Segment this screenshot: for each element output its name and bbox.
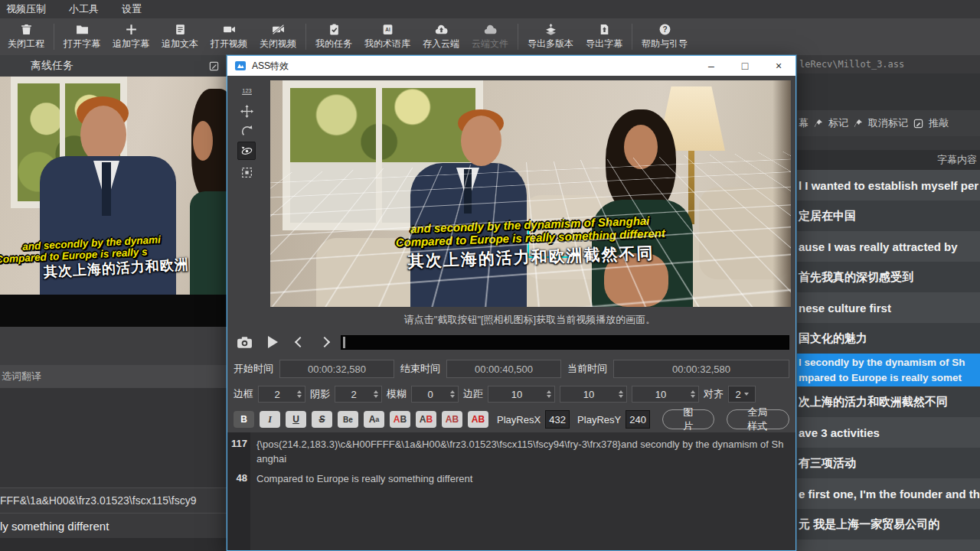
stepper-arrows-icon[interactable]: [296, 390, 303, 398]
bold-button[interactable]: B: [234, 411, 254, 428]
blur-label: 模糊: [387, 387, 407, 401]
subtitle-row[interactable]: 首先我真的深切感受到: [797, 262, 980, 292]
outline-color-button[interactable]: AB: [442, 411, 462, 428]
border-label: 边框: [234, 387, 253, 401]
menu-item-tools[interactable]: 小工具: [69, 2, 99, 16]
glossary-button[interactable]: AI我的术语库: [358, 18, 416, 55]
clipboard-button[interactable]: 我的任务: [309, 18, 358, 55]
subtitle-row-text: nese culture first: [799, 302, 980, 315]
capture-hint: 请点击"截取按钮"[照相机图标]获取当前视频播放的画面。: [270, 313, 789, 327]
menu-item-settings[interactable]: 设置: [122, 2, 142, 16]
subtitle-row-text: 有三项活动: [799, 456, 980, 471]
toolbar-separator: [518, 24, 518, 50]
margin-vertical-stepper[interactable]: 10: [632, 386, 699, 403]
border-stepper[interactable]: 2: [258, 386, 305, 403]
current-time-input[interactable]: 00:00:32,580: [613, 360, 789, 378]
shadow-color-button[interactable]: AB: [468, 411, 488, 428]
region-tool-button[interactable]: [237, 163, 256, 181]
dialog-titlebar[interactable]: ASS特效 – □ ×: [227, 56, 795, 76]
italic-button[interactable]: I: [260, 411, 280, 428]
help-button[interactable]: ?帮助与引导: [635, 18, 694, 55]
subtitle-code-editor[interactable]: 117{\pos(214.2,183.3)\c&H00FFFF&\1a&H00&…: [227, 432, 795, 550]
mark-button[interactable]: 标记: [828, 116, 848, 130]
subtitle-row[interactable]: 次上海的活力和欧洲截然不同: [797, 386, 980, 417]
video-preview[interactable]: and secondly by the dynamism of Shanghai…: [270, 80, 791, 307]
subtitle-row[interactable]: ause I was really attracted by: [797, 231, 980, 262]
global-style-button[interactable]: 全局样式: [727, 409, 789, 429]
subtitle-row[interactable]: 元 我是上海一家贸易公司的: [797, 509, 980, 540]
end-time-input[interactable]: 00:00:40,500: [446, 360, 561, 378]
primary-color-button[interactable]: AB: [390, 411, 410, 428]
stepper-arrows-icon[interactable]: [689, 390, 697, 398]
export-layers-button[interactable]: 导出多版本: [521, 18, 580, 55]
subtitle-row-text: 首先我真的深切感受到: [799, 270, 980, 285]
subtitle-row[interactable]: 定居在中国: [797, 201, 980, 231]
offline-tasks-title: 离线任务: [31, 59, 74, 73]
scale-tool-button[interactable]: 123: [237, 82, 256, 100]
subtitle-row[interactable]: l I wanted to establish myself per: [797, 170, 980, 201]
subtitle-row[interactable]: e first one, I'm the founder and th: [797, 478, 980, 509]
export-doc-button[interactable]: 导出字幕: [580, 18, 629, 55]
trash-button[interactable]: 关闭工程: [2, 18, 51, 55]
picture-button[interactable]: 图片: [662, 409, 714, 429]
subtitle-code-fragment: FFF&\1a&H00&\frz3.01523\fscx115\fscy9: [0, 494, 197, 507]
style-param-row: 边框 2 阴影 2 模糊 0 边距 10 10 10 对齐 2: [234, 385, 789, 403]
rotate-3d-tool-button[interactable]: [237, 142, 256, 160]
margin-left-stepper[interactable]: 10: [488, 386, 555, 403]
stepper-arrows-icon[interactable]: [449, 390, 456, 398]
video-off-button[interactable]: 关闭视频: [253, 18, 302, 55]
ponder-button[interactable]: 推敲: [929, 116, 949, 130]
folder-button[interactable]: 打开字幕: [57, 18, 106, 55]
subtitle-row-text: 定居在中国: [799, 209, 980, 223]
subtitle-row[interactable]: [797, 540, 980, 551]
video-progress-bar[interactable]: [341, 335, 789, 350]
video-button[interactable]: 打开视频: [204, 18, 253, 55]
subtitle-row[interactable]: 国文化的魅力: [797, 323, 980, 354]
editor-line[interactable]: 48Compared to Europe is really something…: [227, 472, 795, 487]
pin-icon: [814, 119, 823, 128]
editor-line[interactable]: 117{\pos(214.2,183.3)\c&H00FFFF&\1a&H00&…: [227, 438, 795, 467]
unmark-button[interactable]: 取消标记: [868, 116, 908, 130]
subtitle-row[interactable]: ave 3 activities: [797, 417, 980, 448]
maximize-button[interactable]: □: [728, 56, 762, 76]
plus-button[interactable]: 追加字幕: [106, 18, 155, 55]
playresx-input[interactable]: 432: [545, 410, 570, 429]
cloud-upload-button[interactable]: 存入云端: [416, 18, 466, 55]
strikethrough-button[interactable]: S: [312, 411, 332, 428]
subtitle-column-header: 字幕内容: [797, 150, 980, 170]
text-doc-button[interactable]: 追加文本: [155, 18, 204, 55]
blur-stepper[interactable]: 0: [411, 386, 459, 403]
play-button[interactable]: [268, 336, 278, 348]
stepper-arrows-icon[interactable]: [372, 390, 380, 398]
start-time-input[interactable]: 00:00:32,580: [279, 360, 394, 378]
subtitle-row[interactable]: nese culture first: [797, 292, 980, 323]
menu-item-video-encode[interactable]: 视频压制: [6, 2, 46, 16]
subtitle-text-row[interactable]: ly something different: [0, 513, 227, 538]
move-tool-icon: [240, 105, 253, 118]
margin-right-stepper[interactable]: 10: [560, 386, 627, 403]
playresy-input[interactable]: 240: [626, 410, 650, 429]
subtitle-row[interactable]: 有三项活动: [797, 448, 980, 478]
font-size-button[interactable]: Aa: [364, 411, 384, 428]
previous-frame-button[interactable]: [295, 337, 305, 347]
be-style-button[interactable]: Be: [338, 411, 358, 428]
next-frame-button[interactable]: [319, 337, 330, 347]
cloud-button[interactable]: 云端文件: [466, 18, 514, 55]
chevron-down-icon: [744, 393, 749, 396]
move-tool-button[interactable]: [237, 102, 256, 120]
subtitle-code-row[interactable]: FFF&\1a&H00&\frz3.01523\fscx115\fscy9: [0, 487, 227, 513]
subtitle-row-selected[interactable]: l secondly by the dynamism of Shmpared t…: [797, 354, 980, 386]
secondary-color-button[interactable]: AB: [416, 411, 436, 428]
rotate-tool-button[interactable]: [237, 122, 256, 140]
align-dropdown[interactable]: 2: [728, 386, 756, 403]
shadow-stepper[interactable]: 2: [335, 386, 382, 403]
minimize-button[interactable]: –: [694, 56, 728, 76]
underline-button[interactable]: U: [286, 411, 306, 428]
toolbar-button-label: 打开视频: [211, 37, 247, 51]
capture-frame-button[interactable]: [237, 336, 253, 349]
cloud-icon: [484, 24, 497, 36]
edit-icon[interactable]: [209, 61, 219, 71]
stepper-arrows-icon[interactable]: [617, 390, 625, 398]
close-button[interactable]: ×: [762, 56, 795, 76]
stepper-arrows-icon[interactable]: [545, 390, 553, 398]
